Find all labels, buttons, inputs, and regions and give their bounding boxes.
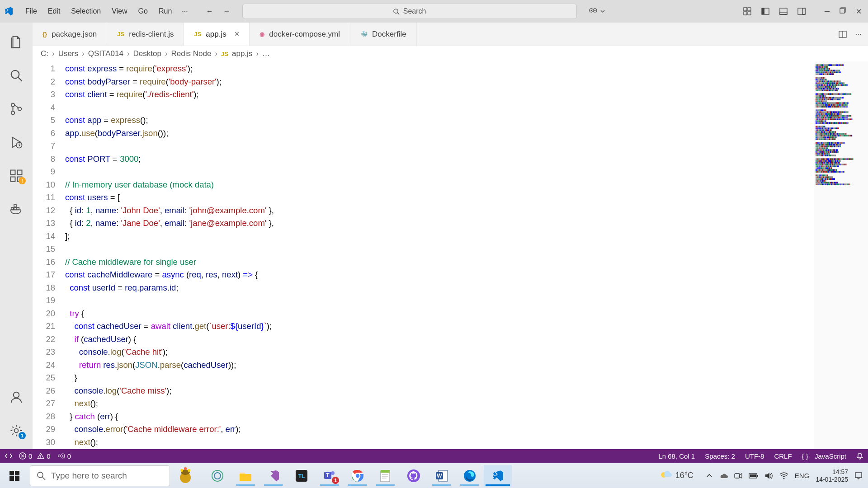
run-debug-icon[interactable] xyxy=(9,135,24,150)
problems-indicator[interactable]: 0 0 xyxy=(19,452,51,460)
settings-badge: 1 xyxy=(19,432,26,439)
taskbar-edge-icon[interactable] xyxy=(456,465,484,487)
panel-right-icon[interactable] xyxy=(797,7,806,16)
breadcrumb-segment[interactable]: C: xyxy=(41,49,48,58)
svg-point-49 xyxy=(212,470,223,481)
accounts-icon[interactable] xyxy=(9,389,24,405)
tab-Dockerfile[interactable]: 🐳Dockerfile xyxy=(350,23,417,46)
tray-wifi-icon[interactable] xyxy=(779,472,788,479)
breadcrumb-segment[interactable]: Users xyxy=(58,49,78,58)
nav-back-icon[interactable]: ← xyxy=(206,7,213,15)
tray-onedrive-icon[interactable] xyxy=(719,473,728,479)
taskbar-teams-icon[interactable]: T1 xyxy=(316,465,344,487)
ports-indicator[interactable]: 0 xyxy=(57,452,71,460)
tab-app-js[interactable]: JSapp.js× xyxy=(184,23,250,46)
panel-bottom-icon[interactable] xyxy=(779,7,788,16)
language-mode[interactable]: { } JavaScript xyxy=(802,452,846,460)
command-center-search[interactable]: Search xyxy=(242,4,577,19)
tab-close-icon[interactable]: × xyxy=(235,29,240,39)
minimap[interactable]: ████████████████████████████████████████… xyxy=(814,61,868,449)
encoding[interactable]: UTF-8 xyxy=(745,452,764,460)
tab-file-icon: 🐳 xyxy=(360,31,368,38)
tab-file-icon: JS xyxy=(194,31,201,38)
cursor-position[interactable]: Ln 68, Col 1 xyxy=(658,452,695,460)
search-activity-icon[interactable] xyxy=(9,68,24,83)
svg-point-5 xyxy=(594,10,595,11)
svg-rect-25 xyxy=(11,177,15,182)
menu-run[interactable]: Run xyxy=(153,5,177,17)
svg-line-1 xyxy=(397,13,399,14)
settings-gear-icon[interactable]: 1 xyxy=(9,423,24,438)
window-close-icon[interactable]: ✕ xyxy=(856,7,862,16)
svg-rect-72 xyxy=(757,475,758,477)
editor-area: {}package.jsonJSredis-client.jsJSapp.js×… xyxy=(33,23,868,449)
breadcrumb-segment[interactable]: app.js xyxy=(232,49,252,58)
tray-chevron-icon[interactable] xyxy=(706,473,712,479)
tab-more-icon[interactable]: ··· xyxy=(856,30,862,38)
taskbar-explorer-icon[interactable] xyxy=(231,465,259,487)
tray-clock[interactable]: 14:57 14-01-2025 xyxy=(816,468,848,483)
window-minimize-icon[interactable]: ─ xyxy=(825,7,830,16)
taskbar-vscode-icon[interactable] xyxy=(484,465,512,487)
panel-left-icon[interactable] xyxy=(761,7,769,16)
taskbar-github-icon[interactable] xyxy=(400,465,428,487)
code-editor[interactable]: const express = require('express');const… xyxy=(65,61,814,449)
tray-notifications-icon[interactable] xyxy=(854,472,863,480)
svg-rect-14 xyxy=(798,8,805,14)
breadcrumb[interactable]: C:›Users›QSITA014›Desktop›Redis Node›JS … xyxy=(33,46,868,61)
taskbar-app1-icon[interactable]: TL xyxy=(288,465,316,487)
eol[interactable]: CRLF xyxy=(774,452,792,460)
svg-point-18 xyxy=(11,70,19,79)
docker-activity-icon[interactable] xyxy=(9,202,24,217)
breadcrumb-segment[interactable]: … xyxy=(262,49,270,58)
svg-point-50 xyxy=(214,473,221,479)
layout-grid-icon[interactable] xyxy=(743,7,751,16)
svg-rect-73 xyxy=(750,474,756,477)
status-bar: 0 0 0 Ln 68, Col 1 Spaces: 2 UTF-8 CRLF … xyxy=(0,449,868,463)
menu-go[interactable]: Go xyxy=(133,5,153,17)
taskbar-visualstudio-icon[interactable] xyxy=(259,465,288,487)
breadcrumb-segment[interactable]: Redis Node xyxy=(171,49,212,58)
taskbar-chrome-icon[interactable] xyxy=(344,465,372,487)
taskbar-search-icon xyxy=(37,471,46,480)
menu-selection[interactable]: Selection xyxy=(66,5,106,17)
start-button[interactable] xyxy=(2,465,27,487)
line-gutter: 1234567891011121314151617181920212223242… xyxy=(33,61,65,449)
tab-redis-client-js[interactable]: JSredis-client.js xyxy=(107,23,184,46)
taskbar-notepad-icon[interactable] xyxy=(372,465,400,487)
copilot-icon[interactable] xyxy=(588,6,605,17)
weather-widget[interactable]: 16°C xyxy=(659,469,693,482)
menu-view[interactable]: View xyxy=(106,5,132,17)
menu-file[interactable]: File xyxy=(20,5,42,17)
menu-edit[interactable]: Edit xyxy=(42,5,66,17)
indent-setting[interactable]: Spaces: 2 xyxy=(705,452,735,460)
breadcrumb-segment[interactable]: Desktop xyxy=(133,49,161,58)
svg-point-32 xyxy=(14,392,19,398)
window-restore-icon[interactable] xyxy=(840,7,846,16)
svg-point-47 xyxy=(188,469,190,472)
svg-rect-17 xyxy=(840,9,844,13)
tab-docker-compose-yml[interactable]: ◉docker-compose.yml xyxy=(250,23,350,46)
tray-battery-icon[interactable] xyxy=(749,473,759,479)
menu-more-icon[interactable]: ··· xyxy=(177,5,192,17)
extensions-icon[interactable]: ! xyxy=(9,168,24,183)
svg-point-4 xyxy=(590,10,592,11)
nav-forward-icon[interactable]: → xyxy=(223,7,231,15)
svg-rect-11 xyxy=(762,8,764,14)
svg-point-33 xyxy=(14,429,19,433)
taskbar-search[interactable]: Type here to search xyxy=(30,465,170,486)
breadcrumb-segment[interactable]: QSITA014 xyxy=(88,49,123,58)
split-editor-icon[interactable] xyxy=(839,30,847,38)
svg-point-22 xyxy=(18,107,22,111)
svg-point-55 xyxy=(331,471,335,475)
tray-meet-icon[interactable] xyxy=(734,473,742,479)
notifications-icon[interactable] xyxy=(856,452,863,460)
tray-volume-icon[interactable] xyxy=(765,472,773,479)
tab-package-json[interactable]: {}package.json xyxy=(33,23,107,46)
tray-language[interactable]: ENG xyxy=(795,472,810,479)
remote-icon[interactable] xyxy=(5,452,13,460)
taskbar-copilot-icon[interactable] xyxy=(203,465,231,487)
source-control-icon[interactable] xyxy=(9,101,24,117)
explorer-icon[interactable] xyxy=(9,34,24,50)
taskbar-word-icon[interactable]: W xyxy=(428,465,456,487)
